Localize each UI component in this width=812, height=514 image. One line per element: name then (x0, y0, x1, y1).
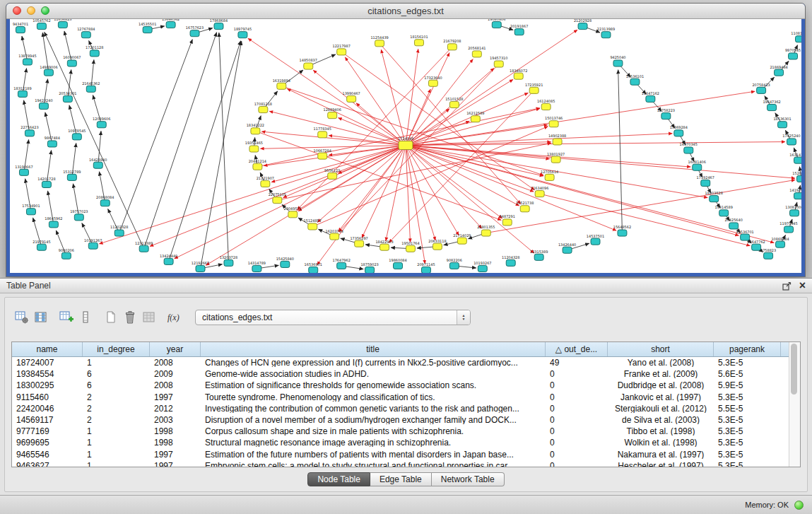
graph-node[interactable] (529, 87, 539, 93)
graph-node[interactable] (784, 226, 794, 233)
graph-node[interactable] (37, 23, 46, 30)
graph-node[interactable] (252, 265, 261, 271)
graph-node[interactable] (449, 262, 459, 269)
graph-node[interactable] (494, 61, 503, 67)
column-header-outde[interactable]: △ out_de... (546, 342, 608, 356)
graph-node[interactable] (26, 209, 35, 215)
graph-node[interactable] (506, 259, 515, 266)
graph-node[interactable] (520, 206, 529, 212)
graph-node[interactable] (25, 130, 34, 136)
graph-node[interactable] (261, 180, 270, 187)
graph-node[interactable] (90, 50, 99, 57)
graph-node[interactable] (347, 95, 356, 102)
graph-node[interactable] (776, 241, 785, 247)
graph-node[interactable] (44, 69, 53, 76)
tab-edge-table[interactable]: Edge Table (370, 472, 432, 486)
graph-node[interactable] (674, 130, 683, 136)
graph-node[interactable] (478, 265, 487, 271)
graph-node[interactable] (308, 223, 317, 230)
zoom-window-icon[interactable] (41, 6, 49, 15)
graph-node[interactable] (541, 103, 551, 110)
table-row[interactable]: 911546021997Tourette syndrome. Phenomeno… (12, 392, 800, 403)
graph-node[interactable] (81, 32, 90, 38)
delete-icon[interactable] (120, 308, 139, 327)
graph-node[interactable] (578, 23, 587, 30)
table-row[interactable]: 946554611997Estimation of the future num… (12, 449, 800, 460)
graph-node[interactable] (355, 240, 364, 247)
graph-node[interactable] (794, 193, 801, 199)
graph-node[interactable] (472, 51, 481, 57)
graph-node[interactable] (63, 95, 72, 102)
graph-node[interactable] (42, 181, 51, 187)
graph-node[interactable] (790, 210, 799, 216)
graph-node[interactable] (729, 223, 739, 229)
table-row[interactable]: 2242004622012Investigating the contribut… (12, 403, 800, 414)
column-header-year[interactable]: year (150, 342, 201, 356)
graph-node[interactable] (757, 87, 766, 93)
graph-node[interactable] (67, 60, 76, 66)
graph-node[interactable] (375, 40, 384, 47)
graph-node[interactable] (166, 22, 175, 28)
graph-node[interactable] (767, 105, 777, 111)
table-row[interactable]: 946362711997Embryonic stem cells: a mode… (12, 460, 800, 467)
table-row[interactable]: 977716911998Corpus callosum shape and si… (12, 426, 800, 437)
new-file-icon[interactable] (101, 308, 120, 327)
graph-node[interactable] (16, 27, 25, 33)
graph-node[interactable] (481, 230, 490, 236)
graph-node[interactable] (328, 173, 337, 179)
table-row[interactable]: 1938455462009Genome-wide association stu… (12, 368, 800, 380)
graph-node[interactable] (471, 116, 480, 122)
graph-node[interactable] (304, 63, 313, 69)
graph-node[interactable] (428, 80, 437, 86)
graph-node[interactable] (449, 101, 459, 107)
graph-node[interactable] (630, 78, 640, 85)
column-header-name[interactable]: name (12, 342, 83, 356)
graph-node[interactable] (253, 163, 262, 170)
graph-node[interactable] (591, 238, 600, 245)
tab-node-table[interactable]: Node Table (307, 472, 370, 486)
graph-node[interactable] (288, 211, 298, 218)
table-mode-icon[interactable] (12, 308, 31, 327)
table-panel-titlebar[interactable]: Table Panel × (0, 279, 812, 293)
graph-node[interactable] (61, 252, 71, 259)
show-columns-icon[interactable] (31, 308, 50, 327)
graph-node[interactable] (514, 29, 524, 35)
graph-node[interactable] (37, 244, 46, 250)
graph-node[interactable] (309, 267, 318, 273)
column-header-short[interactable]: short (608, 342, 714, 356)
graph-node[interactable] (49, 221, 58, 228)
table-row[interactable]: 969969511998Structural magnetic resonanc… (12, 437, 800, 448)
network-window-titlebar[interactable]: citations_edges.txt (6, 4, 805, 19)
function-builder-icon[interactable]: f(x) (165, 308, 184, 327)
graph-node[interactable] (139, 245, 148, 252)
graph-node[interactable] (613, 60, 623, 66)
float-panel-icon[interactable] (782, 281, 792, 291)
graph-node[interactable] (39, 103, 48, 109)
graph-node[interactable] (224, 259, 233, 266)
graph-node[interactable] (797, 175, 801, 182)
graph-node[interactable] (535, 191, 544, 197)
graph-node[interactable] (72, 134, 81, 140)
graph-node[interactable] (457, 238, 466, 244)
graph-node[interactable] (114, 230, 124, 236)
graph-node[interactable] (618, 230, 627, 236)
graph-node[interactable] (701, 180, 710, 186)
graph-node[interactable] (164, 258, 173, 264)
graph-node[interactable] (330, 233, 339, 240)
graph-node[interactable] (86, 86, 95, 92)
graph-node[interactable] (238, 32, 247, 38)
graph-node[interactable] (58, 22, 67, 28)
graph-node[interactable] (88, 243, 98, 249)
graph-node[interactable] (380, 244, 389, 250)
graph-node[interactable] (47, 141, 57, 147)
graph-node[interactable] (684, 147, 693, 153)
create-row-icon[interactable] (76, 308, 95, 327)
graph-node[interactable] (277, 83, 286, 89)
graph-node[interactable] (775, 69, 784, 76)
graph-node[interactable] (796, 36, 801, 42)
graph-node[interactable] (789, 53, 798, 59)
table-selector-dropdown[interactable]: citations_edges.txt ▲▼ (195, 310, 471, 325)
graph-node[interactable] (214, 23, 223, 30)
graph-node[interactable] (100, 200, 110, 206)
graph-node[interactable] (190, 30, 199, 37)
